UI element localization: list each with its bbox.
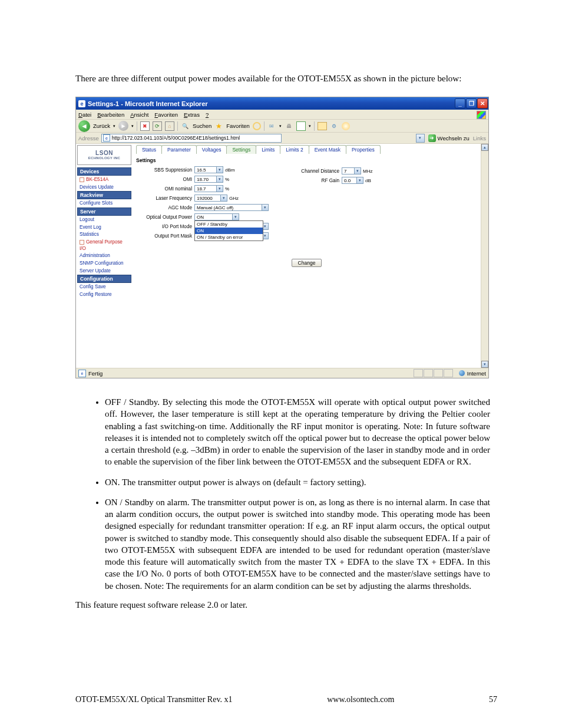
- change-button[interactable]: Change: [292, 259, 322, 267]
- stop-icon[interactable]: ✖: [140, 121, 150, 131]
- select-omi[interactable]: 18.70: [194, 176, 217, 183]
- sidebar-cat-config[interactable]: Configuration: [77, 275, 131, 283]
- menu-favoriten[interactable]: Favoriten: [154, 111, 178, 118]
- label-omi: OMI: [136, 177, 194, 182]
- sidebar-item-logout[interactable]: Logout: [77, 216, 131, 224]
- sidebar-item-gpio[interactable]: General Purpose I/O: [77, 239, 131, 252]
- sidebar-cat-server[interactable]: Server: [77, 207, 131, 216]
- sidebar-item-admin[interactable]: Administration: [77, 252, 131, 260]
- select-agc[interactable]: Manual (AGC off): [194, 204, 262, 211]
- select-optical-output[interactable]: ON: [194, 213, 233, 220]
- edit-icon[interactable]: [296, 121, 306, 131]
- sidebar-item-devices-update[interactable]: Devices Update: [77, 184, 131, 192]
- links-label[interactable]: Links: [473, 135, 486, 141]
- unit-channel: MHz: [361, 169, 372, 174]
- tab-limits[interactable]: Limits: [256, 145, 280, 154]
- status-cell: [424, 369, 433, 377]
- sidebar-cat-devices[interactable]: Devices: [77, 167, 131, 176]
- favorites-label[interactable]: Favoriten: [226, 123, 250, 129]
- forward-button[interactable]: ►: [118, 121, 128, 131]
- bullet-list: OFF / Standby. By selecting this mode th…: [75, 396, 497, 592]
- menu-extras[interactable]: Extras: [184, 111, 200, 118]
- history-icon[interactable]: [253, 122, 261, 130]
- select-rf-gain[interactable]: 0.0: [342, 177, 357, 184]
- window-titlebar: e Settings-1 - Microsoft Internet Explor…: [76, 97, 488, 110]
- tab-status[interactable]: Status: [136, 145, 162, 154]
- bullet-on-standby-alarm: ON / Standby on alarm. The transmitter o…: [105, 496, 497, 592]
- chevron-down-icon[interactable]: ▾: [356, 177, 363, 184]
- menu-bearbeiten[interactable]: Bearbeiten: [97, 111, 124, 118]
- menu-ansicht[interactable]: Ansicht: [130, 111, 148, 118]
- sidebar-item-eventlog[interactable]: Event Log: [77, 224, 131, 232]
- chevron-down-icon[interactable]: ▾: [232, 213, 239, 220]
- select-channel-distance[interactable]: 7: [342, 167, 355, 174]
- maximize-button[interactable]: ❐: [466, 98, 477, 108]
- menu-help[interactable]: ?: [206, 111, 209, 118]
- chevron-down-icon[interactable]: ▾: [216, 166, 223, 173]
- messenger-icon[interactable]: [342, 122, 350, 130]
- menu-datei[interactable]: Datei: [78, 111, 91, 118]
- optical-output-dropdown: OFF / Standby ON ON / Standby on error: [194, 220, 263, 241]
- unit-sbs: dBm: [223, 167, 234, 173]
- tab-parameter[interactable]: Parameter: [161, 145, 197, 154]
- window-title: Settings-1 - Microsoft Internet Explorer: [88, 100, 208, 107]
- back-label[interactable]: Zurück: [93, 123, 110, 129]
- tab-settings[interactable]: Settings: [226, 145, 256, 154]
- tab-limits2[interactable]: Limits 2: [280, 145, 309, 154]
- dropdown-item-on[interactable]: ON: [195, 228, 263, 234]
- links-icon[interactable]: ⚙: [330, 121, 339, 130]
- chevron-down-icon[interactable]: ▾: [354, 167, 361, 174]
- status-square-icon: [80, 240, 84, 245]
- search-icon[interactable]: 🔍: [181, 121, 190, 130]
- sidebar-item-device[interactable]: BK-E514A: [77, 176, 131, 184]
- home-icon[interactable]: ⌂: [165, 121, 174, 131]
- label-sbs: SBS Suppression: [136, 167, 194, 173]
- done-icon: e: [78, 370, 86, 377]
- sidebar-item-server-update[interactable]: Server Update: [77, 268, 131, 275]
- scrollbar[interactable]: ▴ ▾: [481, 144, 488, 368]
- tab-voltages[interactable]: Voltages: [196, 145, 227, 154]
- chevron-down-icon[interactable]: ▾: [216, 176, 223, 183]
- scroll-down-button[interactable]: ▾: [481, 361, 488, 368]
- status-text: Fertig: [88, 370, 103, 377]
- favorites-icon[interactable]: ★: [214, 121, 223, 130]
- footer-center: www.olsontech.com: [327, 695, 394, 704]
- dropdown-item-off[interactable]: OFF / Standby: [195, 221, 263, 228]
- scroll-up-button[interactable]: ▴: [481, 144, 488, 151]
- mail-icon[interactable]: ✉: [267, 121, 276, 130]
- address-bar: Adresse e http://172.023.041.103/A/5/00C…: [76, 133, 488, 144]
- refresh-icon[interactable]: ⟳: [153, 121, 162, 131]
- search-label[interactable]: Suchen: [193, 123, 211, 129]
- internet-zone-icon: [459, 370, 465, 376]
- close-button[interactable]: ✕: [477, 98, 488, 108]
- chevron-down-icon[interactable]: ▾: [220, 195, 227, 202]
- panel-subtitle: Settings: [136, 157, 477, 163]
- print-icon[interactable]: 🖶: [285, 121, 293, 130]
- status-bar: e Fertig Internet: [76, 368, 488, 378]
- select-sbs[interactable]: 16.5: [194, 166, 217, 173]
- sidebar-item-snmp[interactable]: SNMP Configuration: [77, 260, 131, 268]
- sidebar-cat-rackview[interactable]: Rackview: [77, 191, 131, 199]
- address-dropdown-button[interactable]: ▾: [416, 134, 425, 143]
- chevron-down-icon[interactable]: ▾: [216, 185, 223, 192]
- sidebar-item-config-save[interactable]: Config Save: [77, 284, 131, 291]
- address-field[interactable]: e http://172.023.041.103/A/5/00C0296E4E1…: [101, 134, 282, 143]
- address-url: http://172.023.041.103/A/5/00C0296E4E18/…: [112, 135, 240, 141]
- select-omi-nominal[interactable]: 18.7: [194, 185, 217, 192]
- select-laser-freq[interactable]: 192000: [194, 195, 221, 202]
- tab-eventmask[interactable]: Event Mask: [309, 145, 346, 154]
- intro-text: There are three different output power m…: [75, 74, 497, 84]
- go-button[interactable]: ➜ Wechseln zu: [428, 134, 470, 142]
- dropdown-item-on-standby[interactable]: ON / Standby on error: [195, 234, 263, 241]
- sidebar-item-config-restore[interactable]: Config Restore: [77, 291, 131, 299]
- page-footer: OTOT-EM55X/XL Optical Transmitter Rev. x…: [75, 695, 497, 704]
- label-agc: AGC Mode: [136, 205, 194, 210]
- minimize-button[interactable]: _: [455, 98, 465, 108]
- chevron-down-icon[interactable]: ▾: [262, 204, 269, 211]
- tab-properties[interactable]: Properties: [346, 145, 381, 154]
- sidebar-item-statistics[interactable]: Statistics: [77, 231, 131, 239]
- sidebar-item-configure-slots[interactable]: Configure Slots: [77, 200, 131, 207]
- main-panel: Status Parameter Voltages Settings Limit…: [133, 144, 481, 368]
- back-button[interactable]: ◄: [78, 120, 90, 132]
- folder-icon[interactable]: [318, 122, 327, 130]
